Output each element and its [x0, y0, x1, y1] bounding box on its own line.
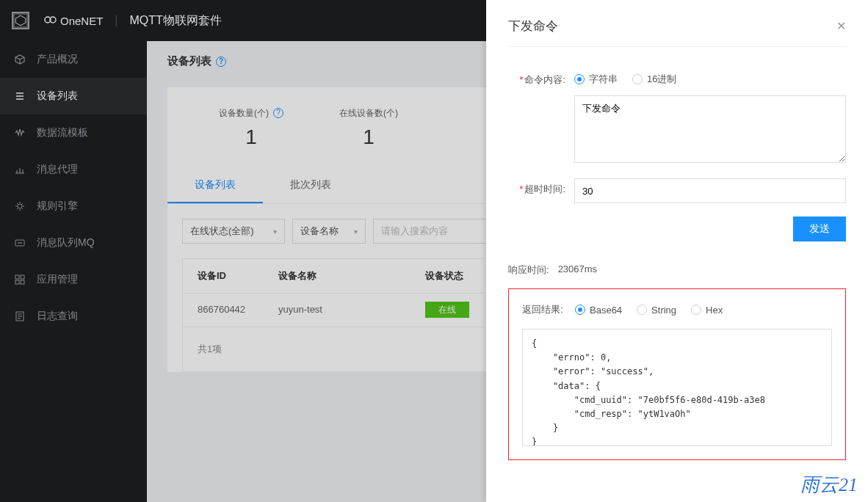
radio-label: Hex	[706, 305, 723, 316]
drawer-title: 下发命令	[508, 18, 558, 34]
result-label: 返回结果:	[522, 303, 575, 316]
timeout-label: *超时时间:	[508, 178, 574, 203]
radio-hex[interactable]: 16进制	[632, 73, 676, 86]
response-value: 23067ms	[558, 263, 597, 277]
response-row: 响应时间: 23067ms	[508, 263, 846, 277]
result-box: 返回结果: Base64 String Hex { "errno": 0, "e…	[508, 288, 846, 460]
radio-string-out[interactable]: String	[637, 305, 676, 316]
content-type-radios: 字符串 16进制	[574, 69, 846, 90]
radio-label: String	[651, 305, 676, 316]
timeout-input[interactable]	[574, 178, 846, 203]
radio-string[interactable]: 字符串	[574, 73, 618, 86]
content-row: *命令内容: 字符串 16进制	[508, 69, 846, 165]
drawer-header: 下发命令 ✕	[486, 0, 868, 46]
result-output[interactable]: { "errno": 0, "error": "success", "data"…	[522, 329, 832, 446]
result-head: 返回结果: Base64 String Hex	[522, 299, 832, 320]
drawer-body: *命令内容: 字符串 16进制 *超时时间: 发送 响应时间: 23067ms	[486, 47, 868, 468]
send-row: 发送	[508, 217, 846, 241]
result-format-radios: Base64 String Hex	[575, 299, 723, 320]
send-button[interactable]: 发送	[793, 217, 846, 241]
response-label: 响应时间:	[508, 263, 549, 277]
radio-hex-out[interactable]: Hex	[691, 305, 723, 316]
radio-label: 字符串	[589, 73, 618, 86]
timeout-row: *超时时间:	[508, 178, 846, 203]
radio-label: Base64	[590, 305, 622, 316]
command-drawer: 下发命令 ✕ *命令内容: 字符串 16进制 *超时时间: 发送 响应时间:	[486, 0, 868, 502]
radio-label: 16进制	[647, 73, 676, 86]
close-icon[interactable]: ✕	[836, 19, 846, 33]
content-label: *命令内容:	[508, 69, 574, 165]
radio-base64[interactable]: Base64	[575, 305, 622, 316]
command-textarea[interactable]	[574, 95, 846, 163]
